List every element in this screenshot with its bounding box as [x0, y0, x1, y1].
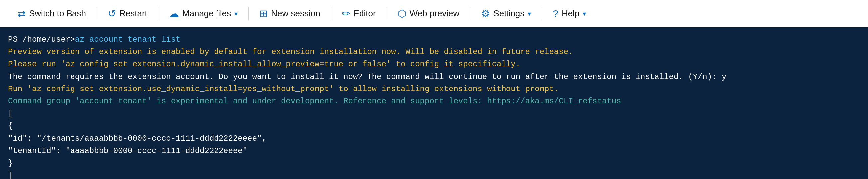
switch-bash-button[interactable]: ⇄ Switch to Bash	[8, 0, 95, 27]
settings-label: Settings	[493, 8, 524, 19]
help-button[interactable]: ? Help ▾	[544, 0, 595, 27]
terminal-bracket-open: [	[8, 108, 860, 120]
manage-icon: ☁	[169, 8, 179, 19]
editor-label: Editor	[353, 8, 376, 19]
terminal-area[interactable]: PS /home/user> az account tenant list Pr…	[0, 27, 868, 179]
manage-chevron-icon: ▾	[235, 10, 238, 18]
editor-icon: ✏	[342, 8, 350, 19]
terminal-bracket-close: ]	[8, 169, 860, 179]
preview-label: Web preview	[410, 8, 460, 19]
terminal-line-1: Preview version of extension is enabled …	[8, 46, 860, 58]
editor-button[interactable]: ✏ Editor	[333, 0, 385, 27]
separator-6	[470, 7, 470, 20]
restart-icon: ↺	[108, 8, 116, 19]
new-session-button[interactable]: ⊞ New session	[250, 0, 329, 27]
terminal-line-4: Run 'az config set extension.use_dynamic…	[8, 83, 860, 95]
manage-files-button[interactable]: ☁ Manage files ▾	[160, 0, 247, 27]
switch-label: Switch to Bash	[29, 8, 86, 19]
web-preview-button[interactable]: ⬡ Web preview	[389, 0, 469, 27]
help-chevron-icon: ▾	[583, 10, 586, 18]
settings-icon: ⚙	[481, 8, 490, 19]
restart-button[interactable]: ↺ Restart	[98, 0, 157, 27]
terminal-brace-open: {	[8, 120, 860, 132]
separator-3	[248, 7, 249, 20]
toolbar: ⇄ Switch to Bash ↺ Restart ☁ Manage file…	[0, 0, 868, 27]
help-label: Help	[562, 8, 579, 19]
settings-button[interactable]: ⚙ Settings ▾	[472, 0, 540, 27]
terminal-brace-close: }	[8, 157, 860, 169]
switch-icon: ⇄	[17, 8, 26, 19]
prompt-command: az account tenant list	[75, 33, 181, 46]
manage-label: Manage files	[182, 8, 231, 19]
restart-label: Restart	[119, 8, 147, 19]
terminal-line-3: The command requires the extension accou…	[8, 70, 860, 83]
separator-1	[97, 7, 97, 20]
session-icon: ⊞	[259, 8, 268, 19]
terminal-tenant-line: "tenantId": "aaaabbbb-0000-cccc-1111-ddd…	[8, 145, 860, 157]
terminal-line-2: Please run 'az config set extension.dyna…	[8, 58, 860, 70]
prompt-ps: PS /home/user>	[8, 33, 75, 46]
terminal-prompt-line: PS /home/user> az account tenant list	[8, 33, 860, 46]
terminal-line-5: Command group 'account tenant' is experi…	[8, 95, 860, 108]
session-label: New session	[271, 8, 320, 19]
separator-4	[331, 7, 331, 20]
separator-7	[542, 7, 542, 20]
separator-5	[387, 7, 387, 20]
terminal-id-line: "id": "/tenants/aaaabbbb-0000-cccc-1111-…	[8, 132, 860, 145]
preview-icon: ⬡	[398, 8, 406, 19]
separator-2	[158, 7, 158, 20]
help-icon: ?	[553, 8, 558, 19]
settings-chevron-icon: ▾	[528, 10, 531, 18]
